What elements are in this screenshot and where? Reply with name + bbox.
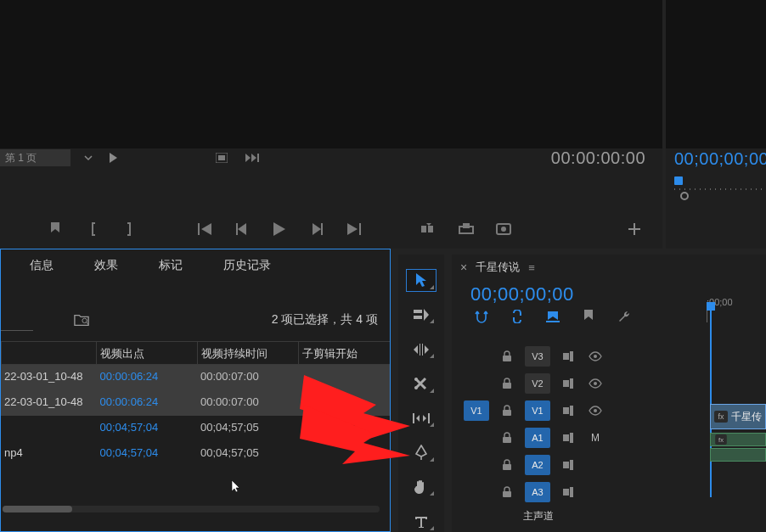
cell-sub <box>298 390 390 416</box>
th-video-duration[interactable]: 视频持续时间 <box>197 342 298 364</box>
page-dropdown[interactable]: 第 1 页 <box>0 149 70 166</box>
step-forward-icon[interactable] <box>309 221 324 237</box>
play-icon[interactable] <box>272 221 287 237</box>
in-bracket-icon[interactable] <box>85 221 100 237</box>
cell-out: 00:00:06:24 <box>96 390 197 416</box>
tab-history[interactable]: 历史记录 <box>223 258 271 273</box>
tab-info[interactable]: 信息 <box>30 258 54 273</box>
razor-tool[interactable] <box>407 373 436 395</box>
svg-rect-30 <box>563 462 569 468</box>
marker-icon[interactable] <box>48 221 63 237</box>
snap-icon[interactable] <box>474 309 489 324</box>
pen-tool[interactable] <box>407 442 436 463</box>
timeline-marker-icon[interactable] <box>581 309 596 324</box>
video-clip[interactable]: fx 千星传 <box>710 404 766 429</box>
audio-clip[interactable] <box>710 448 766 462</box>
overwrite-icon[interactable] <box>459 221 474 237</box>
eye-icon[interactable] <box>586 351 605 361</box>
program-monitor-timecode[interactable]: 00;00;00;00 <box>674 149 766 169</box>
track-select-tool[interactable] <box>407 305 436 326</box>
svg-rect-15 <box>563 353 569 360</box>
folder-search-icon[interactable] <box>74 312 89 328</box>
svg-rect-33 <box>563 489 569 496</box>
program-monitor-playhead[interactable] <box>674 176 683 185</box>
timeline-ruler[interactable]: ;00;00 <box>707 297 766 317</box>
add-button-icon[interactable] <box>627 221 642 237</box>
tab-effects[interactable]: 效果 <box>94 258 118 273</box>
add-marker-icon[interactable] <box>545 309 560 324</box>
chevron-down-icon[interactable] <box>81 150 96 165</box>
timeline-timecode[interactable]: 00;00;00;00 <box>470 283 574 305</box>
fit-icon[interactable] <box>214 150 229 165</box>
track-header-v3[interactable]: V3 <box>464 343 766 370</box>
table-row[interactable]: 00;04;57;04 00;04;57;05 <box>1 416 390 441</box>
svg-rect-34 <box>570 487 573 497</box>
play-forward-icon[interactable] <box>106 150 121 165</box>
track-output-icon[interactable] <box>559 487 577 497</box>
skip-ahead-icon[interactable] <box>245 150 260 165</box>
program-monitor: 00;00;00;00 <box>666 0 766 249</box>
svg-point-12 <box>414 386 418 389</box>
tool-strip <box>398 255 444 532</box>
track-header-v2[interactable]: V2 <box>464 370 766 397</box>
track-label[interactable]: V2 <box>525 373 550 394</box>
go-to-out-icon[interactable] <box>346 221 362 237</box>
lock-icon[interactable] <box>498 378 516 389</box>
lock-icon[interactable] <box>498 459 516 471</box>
settings-wrench-icon[interactable] <box>617 309 632 324</box>
tool-flyout-indicator <box>430 526 434 530</box>
lock-icon[interactable] <box>498 432 516 444</box>
slip-tool[interactable] <box>407 408 436 429</box>
linked-selection-icon[interactable] <box>510 309 525 324</box>
hand-tool[interactable] <box>407 477 436 498</box>
selection-tool[interactable] <box>407 270 436 291</box>
timeline-playhead[interactable] <box>707 302 715 311</box>
track-master[interactable]: 主声道 <box>464 509 766 524</box>
track-output-icon[interactable] <box>559 433 577 443</box>
lock-icon[interactable] <box>498 405 516 417</box>
program-monitor-ruler[interactable] <box>674 176 766 197</box>
export-frame-icon[interactable] <box>496 221 511 237</box>
track-output-icon[interactable] <box>559 406 577 416</box>
timeline-tab-close[interactable]: × <box>460 260 467 274</box>
lock-icon[interactable] <box>498 486 516 498</box>
mute-label[interactable]: M <box>586 432 605 444</box>
ripple-edit-tool[interactable] <box>407 339 436 360</box>
track-output-icon[interactable] <box>559 460 577 470</box>
go-to-in-icon[interactable] <box>197 221 212 237</box>
search-input[interactable] <box>1 309 33 331</box>
track-label[interactable]: V3 <box>525 346 550 367</box>
svg-rect-20 <box>570 378 573 389</box>
timeline-title[interactable]: 千星传说 <box>476 260 520 275</box>
tab-markers[interactable]: 标记 <box>159 258 183 273</box>
out-bracket-icon[interactable] <box>122 221 138 237</box>
source-monitor-timecode[interactable]: 00:00:00:00 <box>551 148 645 168</box>
source-patch-v1[interactable]: V1 <box>464 400 489 421</box>
table-row[interactable]: np4 00;04;57;04 00;04;57;05 <box>1 441 390 467</box>
track-label[interactable]: A2 <box>525 455 550 475</box>
track-header-a3[interactable]: A3 <box>464 479 766 506</box>
track-label[interactable]: A1 <box>525 428 550 448</box>
track-output-icon[interactable] <box>559 378 577 389</box>
table-row[interactable]: 22-03-01_10-48 00:00:06:24 00:00:07:00 <box>1 365 390 390</box>
table-row[interactable]: 22-03-01_10-48 00:00:06:24 00:00:07:00 <box>1 390 390 416</box>
th-subclip-start[interactable]: 子剪辑开始 <box>298 342 390 364</box>
step-back-icon[interactable] <box>234 221 250 237</box>
th-name[interactable] <box>1 342 96 364</box>
type-tool[interactable] <box>407 511 436 532</box>
cell-dur: 00:00:07:00 <box>197 365 298 390</box>
th-video-out[interactable]: 视频出点 <box>96 342 197 364</box>
tool-flyout-indicator <box>430 354 434 358</box>
panel-menu-icon[interactable]: ≡ <box>528 261 535 274</box>
track-label[interactable]: V1 <box>525 400 550 421</box>
cell-sub <box>298 365 390 390</box>
lock-icon[interactable] <box>498 350 516 362</box>
audio-clip[interactable]: fx <box>710 433 766 446</box>
eye-icon[interactable] <box>586 378 605 389</box>
h-scrollbar-thumb[interactable] <box>3 506 72 512</box>
svg-rect-3 <box>428 226 433 232</box>
track-label[interactable]: A3 <box>525 482 550 502</box>
track-output-icon[interactable] <box>559 351 577 361</box>
eye-icon[interactable] <box>586 406 605 416</box>
insert-icon[interactable] <box>421 221 437 237</box>
